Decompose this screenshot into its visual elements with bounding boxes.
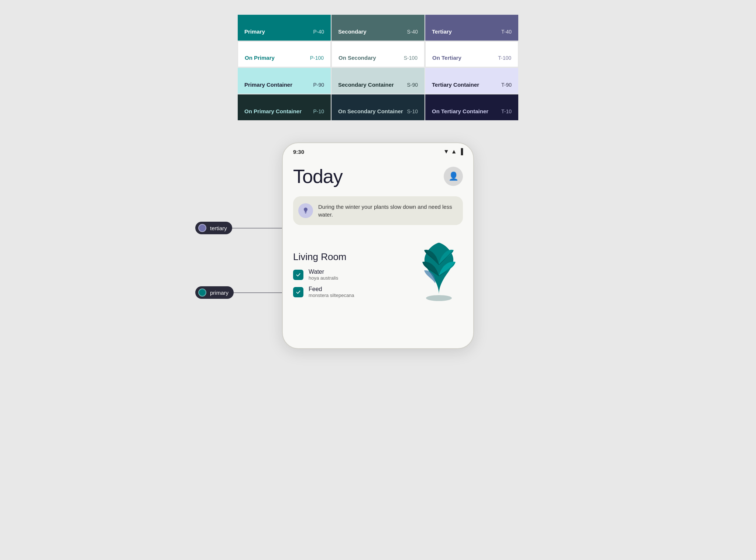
task-water-name: Water bbox=[309, 269, 338, 275]
mockup-area: tertiary primary 9:30 ▼ ▲ bbox=[175, 142, 581, 349]
tip-text: During the winter your plants slow down … bbox=[318, 203, 456, 218]
check-icon-water bbox=[295, 272, 301, 278]
svg-rect-0 bbox=[305, 212, 307, 212]
p10-code: P-10 bbox=[313, 108, 324, 114]
t40-label: Tertiary bbox=[432, 28, 452, 35]
tertiary-dot bbox=[198, 224, 206, 232]
s10-code: S-10 bbox=[407, 108, 418, 114]
color-cell-s40: Secondary S-40 bbox=[331, 15, 425, 41]
color-cell-s90: Secondary Container S-90 bbox=[331, 68, 425, 94]
status-bar: 9:30 ▼ ▲ ▐ bbox=[283, 143, 473, 155]
p40-code: P-40 bbox=[313, 29, 324, 35]
s40-code: S-40 bbox=[407, 29, 418, 35]
color-cell-s10: On Secondary Container S-10 bbox=[331, 94, 425, 120]
primary-dot bbox=[198, 288, 206, 297]
t10-code: T-10 bbox=[501, 108, 512, 114]
plant-illustration bbox=[415, 235, 463, 303]
svg-point-2 bbox=[426, 295, 452, 301]
task-row-water: Water hoya australis bbox=[293, 269, 415, 281]
p90-label: Primary Container bbox=[244, 82, 292, 88]
p100-code: P-100 bbox=[310, 55, 324, 61]
color-cell-t100: On Tertiary T-100 bbox=[425, 41, 518, 67]
s90-label: Secondary Container bbox=[338, 82, 394, 88]
lightbulb-icon bbox=[302, 207, 309, 214]
phone-content: Today 👤 bbox=[283, 155, 473, 314]
color-cell-s100: On Secondary S-100 bbox=[331, 41, 425, 67]
section-title: Living Room bbox=[293, 251, 415, 263]
color-cell-p90: Primary Container P-90 bbox=[238, 68, 331, 94]
living-room-section: Living Room Water hoya bbox=[293, 235, 463, 303]
avatar-icon: 👤 bbox=[449, 172, 458, 181]
task-feed-name: Feed bbox=[309, 286, 354, 293]
t100-label: On Tertiary bbox=[432, 55, 461, 61]
p90-code: P-90 bbox=[313, 82, 324, 88]
p10-label: On Primary Container bbox=[244, 108, 302, 114]
tip-card: During the winter your plants slow down … bbox=[293, 196, 463, 225]
svg-rect-1 bbox=[305, 213, 306, 214]
phone: 9:30 ▼ ▲ ▐ Today 👤 bbox=[282, 142, 474, 349]
task-feed-sub: monstera siltepecana bbox=[309, 293, 354, 298]
checkbox-water[interactable] bbox=[293, 270, 303, 280]
annotation-tertiary: tertiary bbox=[195, 222, 291, 234]
p40-label: Primary bbox=[244, 28, 265, 35]
avatar-button[interactable]: 👤 bbox=[444, 167, 463, 186]
s100-code: S-100 bbox=[404, 55, 417, 61]
p100-label: On Primary bbox=[245, 55, 275, 61]
annotation-primary: primary bbox=[195, 286, 293, 299]
color-cell-t10: On Tertiary Container T-10 bbox=[425, 94, 518, 120]
t40-code: T-40 bbox=[501, 29, 512, 35]
s100-label: On Secondary bbox=[339, 55, 376, 61]
battery-icon: ▐ bbox=[459, 148, 463, 155]
status-time: 9:30 bbox=[293, 149, 304, 155]
s10-label: On Secondary Container bbox=[338, 108, 403, 114]
t100-code: T-100 bbox=[498, 55, 511, 61]
checkbox-feed[interactable] bbox=[293, 287, 303, 297]
color-cell-p100: On Primary P-100 bbox=[238, 41, 331, 67]
signal-icon: ▲ bbox=[451, 148, 457, 155]
primary-annotation-label: primary bbox=[210, 290, 228, 296]
color-cell-p40: Primary P-40 bbox=[238, 15, 331, 41]
t90-code: T-90 bbox=[501, 82, 512, 88]
phone-mockup-wrapper: tertiary primary 9:30 ▼ ▲ bbox=[282, 142, 474, 349]
phone-title: Today bbox=[293, 165, 343, 187]
status-icons: ▼ ▲ ▐ bbox=[443, 148, 463, 155]
tertiary-annotation-label: tertiary bbox=[210, 225, 227, 231]
task-feed-text: Feed monstera siltepecana bbox=[309, 286, 354, 298]
color-palette-table: Primary P-40 Secondary S-40 Tertiary T-4… bbox=[238, 15, 518, 120]
tertiary-annotation-pill: tertiary bbox=[195, 222, 232, 234]
s90-code: S-90 bbox=[407, 82, 418, 88]
tasks-col: Living Room Water hoya bbox=[293, 251, 415, 303]
task-water-sub: hoya australis bbox=[309, 275, 338, 281]
task-water-text: Water hoya australis bbox=[309, 269, 338, 281]
color-cell-t40: Tertiary T-40 bbox=[425, 15, 518, 41]
phone-header: Today 👤 bbox=[293, 165, 463, 187]
primary-annotation-pill: primary bbox=[195, 286, 234, 299]
color-cell-p10: On Primary Container P-10 bbox=[238, 94, 331, 120]
task-row-feed: Feed monstera siltepecana bbox=[293, 286, 415, 298]
plant-svg bbox=[415, 235, 463, 302]
wifi-icon: ▼ bbox=[443, 148, 449, 155]
color-cell-t90: Tertiary Container T-90 bbox=[425, 68, 518, 94]
s40-label: Secondary bbox=[338, 28, 367, 35]
t10-label: On Tertiary Container bbox=[432, 108, 488, 114]
tip-icon-wrap bbox=[298, 203, 313, 218]
t90-label: Tertiary Container bbox=[432, 82, 479, 88]
check-icon-feed bbox=[295, 289, 301, 295]
